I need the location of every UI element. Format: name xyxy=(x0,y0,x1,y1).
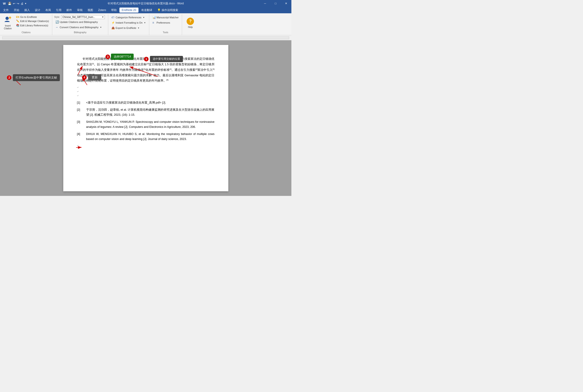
redo-btn[interactable]: ↪ xyxy=(17,2,19,5)
step3-annotation-overlay: 3 选择GBT7714 xyxy=(106,54,134,60)
manuscript-icon: 📊 xyxy=(153,16,156,19)
style-dropdown[interactable]: Chinese_Std_GBT7714_(num... ▼ xyxy=(61,15,105,19)
step3-callout: 选择GBT7714 xyxy=(111,54,134,60)
ref-text-1: <基于自适应引力搜索算法的定日镜场优化布置_高博.pdf> [J]. xyxy=(86,100,166,106)
insert-citation-button[interactable]: EN InsertCitation xyxy=(2,15,14,31)
maximize-btn[interactable]: □ xyxy=(270,0,281,7)
style-value: Chinese_Std_GBT7714_(num... xyxy=(62,16,95,18)
categorize-icon: 🏷 xyxy=(111,16,115,19)
ref-item-3: [3] SHAOJIN M, YONGYU L, YANKUN P. Spect… xyxy=(77,119,215,130)
edit-library-ref-btn[interactable]: 📚 Edit Library Reference(s) xyxy=(15,23,50,28)
help-circle-icon: ? xyxy=(187,18,194,25)
menu-youdao[interactable]: 有道翻译 xyxy=(139,7,155,13)
tools-group-label: Tools xyxy=(151,31,180,34)
menu-file[interactable]: 文件 xyxy=(1,7,11,13)
export-endnote-btn[interactable]: 📤 Export to EndNote ▼ xyxy=(110,26,141,30)
convert-arrow: ▼ xyxy=(100,26,102,28)
svg-point-0 xyxy=(6,17,9,20)
instant-formatting-btn[interactable]: ⚡ Instant Formatting is On ▼ xyxy=(110,20,147,25)
undo-btn[interactable]: ↩ xyxy=(13,2,15,5)
convert-citations-btn[interactable]: ↔ Convert Citations and Bibliography ▼ xyxy=(54,25,103,30)
edit-manage-citation-btn[interactable]: ✏️ Edit & Manage Citation(s) xyxy=(15,19,50,23)
title-text: 针对塔式太阳能热发电站中定日镜场优化布置问题.docx - Word xyxy=(108,2,184,6)
tools-content: 📊 Manuscript Matcher ≡ Preferences xyxy=(151,15,180,31)
menu-endnote[interactable]: EndNote 20 xyxy=(120,8,139,12)
bibliography-group-label: Bibliography xyxy=(54,31,106,34)
convert-icon: ↔ xyxy=(56,26,59,29)
blank-line-1: ↵ xyxy=(77,86,215,90)
step4-callout: 更新 xyxy=(88,74,101,81)
blank-line-4: ↵ xyxy=(77,144,215,148)
doc-page: 针对塔式太阳能热发电站中定日镜场优化布置问题，提出一种基于自适应引力搜索算法的定… xyxy=(63,45,228,191)
menu-insert[interactable]: 插入 xyxy=(22,7,32,13)
step2-callout: 打开EndNote选中要引用的文献 xyxy=(13,74,60,81)
style-row: Style: Chinese_Std_GBT7714_(num... ▼ xyxy=(54,15,106,19)
menu-review[interactable]: 审阅 xyxy=(75,7,85,13)
endnote-small-icon: EN xyxy=(16,16,19,18)
preferences-btn[interactable]: ≡ Preferences xyxy=(151,20,172,25)
ruler-bar xyxy=(2,36,289,39)
ref-item-4: [4] DIHUA W, MENGXUAN H, HUAIBO S, et al… xyxy=(77,132,215,142)
menu-bar: 文件 开始 插入 设计 布局 引用 邮件 审阅 视图 Zotero 帮助 End… xyxy=(0,7,291,13)
go-to-endnote-btn[interactable]: EN Go to EndNote xyxy=(15,15,50,19)
svg-text:EN: EN xyxy=(10,17,12,19)
instant-icon: ⚡ xyxy=(111,21,115,24)
menu-design[interactable]: 设计 xyxy=(33,7,43,13)
manuscript-matcher-btn[interactable]: 📊 Manuscript Matcher xyxy=(151,15,180,20)
title-bar: W 💾 ↩ ↪ 🖨 ▾ 针对塔式太阳能热发电站中定日镜场优化布置问题.docx … xyxy=(0,0,291,7)
menu-references[interactable]: 引用 xyxy=(54,7,64,13)
step3-badge: 3 xyxy=(106,54,110,59)
categorize-content: 🏷 Categorize References ▼ ⚡ Instant Form… xyxy=(110,15,147,33)
menu-mailings[interactable]: 邮件 xyxy=(64,7,74,13)
edit-library-icon: 📚 xyxy=(16,24,19,27)
ref-text-3: SHAOJIN M, YONGYU L, YANKUN P. Spectrosc… xyxy=(86,119,215,130)
update-icon: 🔄 xyxy=(56,20,59,24)
step1-callout: 选中要引用文献的位置 xyxy=(150,56,183,62)
bibliography-group: Style: Chinese_Std_GBT7714_(num... ▼ 🔄 U… xyxy=(52,14,108,35)
categorize-references-btn[interactable]: 🏷 Categorize References ▼ xyxy=(110,15,146,20)
window-controls: ─ □ ✕ xyxy=(260,0,291,7)
citations-content: EN InsertCitation EN Go to EndNote ✏️ Ed… xyxy=(2,15,50,31)
citations-group-label: Citations xyxy=(2,31,50,34)
doc-area: 2 打开EndNote选中要引用的文献 4 更新 3 选择GBT7714 1 选… xyxy=(0,40,291,196)
ruler xyxy=(0,35,291,40)
categorize-group-label xyxy=(110,33,147,34)
citations-group: EN InsertCitation EN Go to EndNote ✏️ Ed… xyxy=(0,14,52,35)
ref-num-4: [4] xyxy=(77,132,84,142)
blank-line-3: ↵ xyxy=(77,94,215,98)
ref-num-1: [1] xyxy=(77,100,84,106)
references-section: [1] <基于自适应引力搜索算法的定日镜场优化布置_高博.pdf> [J]. [… xyxy=(77,100,215,142)
quick-save[interactable]: 💾 xyxy=(8,2,12,5)
help-group: ? Help xyxy=(182,14,199,35)
categorize-group: 🏷 Categorize References ▼ ⚡ Instant Form… xyxy=(108,14,149,35)
menu-zotero[interactable]: Zotero xyxy=(96,8,109,12)
document-wrapper: 2 打开EndNote选中要引用的文献 4 更新 3 选择GBT7714 1 选… xyxy=(0,35,291,196)
menu-layout[interactable]: 布局 xyxy=(43,7,53,13)
menu-search-tips[interactable]: 💡 操作说明搜索 xyxy=(155,7,180,13)
ref-item-1: [1] <基于自适应引力搜索算法的定日镜场优化布置_高博.pdf> [J]. xyxy=(77,100,215,106)
style-label-text: Style: xyxy=(54,16,60,18)
insert-citation-icon: EN xyxy=(4,16,12,24)
menu-help[interactable]: 帮助 xyxy=(109,7,119,13)
menu-home[interactable]: 开始 xyxy=(12,7,22,13)
help-button[interactable]: ? Help xyxy=(184,15,197,31)
update-citations-btn[interactable]: 🔄 Update Citations and Bibliography xyxy=(54,20,99,24)
help-label: Help xyxy=(188,26,193,28)
step4-annotation: 4 更新 xyxy=(82,74,101,81)
ref-num-2: [2] xyxy=(77,107,84,118)
minimize-btn[interactable]: ─ xyxy=(260,0,270,7)
close-btn[interactable]: ✕ xyxy=(281,0,291,7)
customize-btn[interactable]: ▾ xyxy=(25,2,26,5)
insert-citation-label: InsertCitation xyxy=(4,24,12,30)
export-arrow: ▼ xyxy=(138,27,139,29)
blank-line-2: ↵ xyxy=(77,90,215,94)
citations-menu-items: EN Go to EndNote ✏️ Edit & Manage Citati… xyxy=(15,15,50,28)
ribbon: EN InsertCitation EN Go to EndNote ✏️ Ed… xyxy=(0,13,291,35)
print-preview-btn[interactable]: 🖨 xyxy=(21,2,24,5)
menu-view[interactable]: 视图 xyxy=(85,7,95,13)
lightbulb-icon: 💡 xyxy=(157,8,161,12)
ref-item-2: [2] 于宗营，沈功田，赵章焰, et al. 计算机视觉结构健康监测的研究进展… xyxy=(77,107,215,118)
help-content: ? Help xyxy=(184,15,197,34)
word-icon: W xyxy=(2,1,7,6)
tools-group: 📊 Manuscript Matcher ≡ Preferences Tools xyxy=(149,14,182,35)
